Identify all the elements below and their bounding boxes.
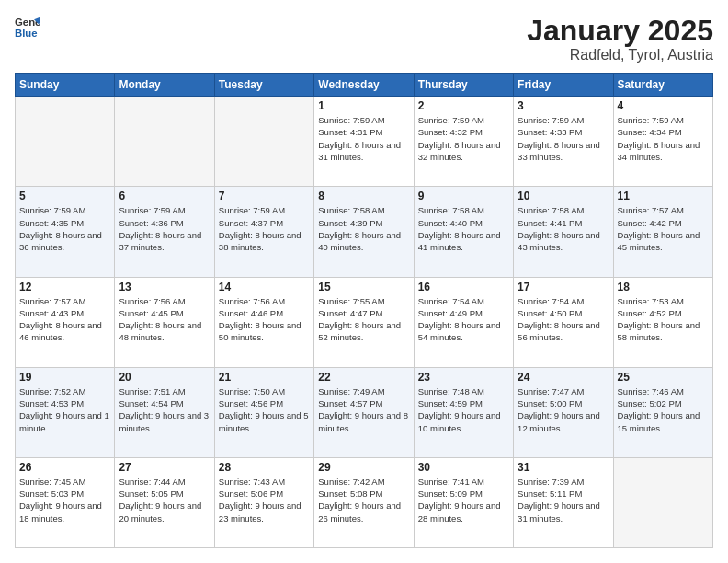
day-number: 13 <box>119 281 210 293</box>
day-number: 19 <box>19 371 110 384</box>
col-friday: Friday <box>514 74 613 97</box>
calendar-header-row: Sunday Monday Tuesday Wednesday Thursday… <box>16 74 713 97</box>
table-row: 3Sunrise: 7:59 AM Sunset: 4:33 PM Daylig… <box>514 97 613 187</box>
day-info: Sunrise: 7:59 AM Sunset: 4:33 PM Dayligh… <box>518 114 609 163</box>
table-row: 24Sunrise: 7:47 AM Sunset: 5:00 PM Dayli… <box>514 367 613 457</box>
day-info: Sunrise: 7:48 AM Sunset: 4:59 PM Dayligh… <box>418 385 509 434</box>
col-saturday: Saturday <box>613 74 712 97</box>
day-number: 27 <box>119 461 210 474</box>
title-block: January 2025 Radfeld, Tyrol, Austria <box>527 15 713 63</box>
table-row: 18Sunrise: 7:53 AM Sunset: 4:52 PM Dayli… <box>613 277 712 367</box>
day-info: Sunrise: 7:59 AM Sunset: 4:34 PM Dayligh… <box>618 114 709 163</box>
table-row <box>613 457 712 547</box>
day-number: 31 <box>518 461 609 474</box>
logo-icon: General Blue <box>15 15 40 40</box>
calendar-title: January 2025 <box>527 15 713 47</box>
table-row: 13Sunrise: 7:56 AM Sunset: 4:45 PM Dayli… <box>115 277 214 367</box>
day-number: 26 <box>19 461 110 474</box>
day-number: 20 <box>119 371 210 384</box>
day-info: Sunrise: 7:59 AM Sunset: 4:35 PM Dayligh… <box>19 204 110 253</box>
table-row: 2Sunrise: 7:59 AM Sunset: 4:32 PM Daylig… <box>414 97 513 187</box>
table-row: 23Sunrise: 7:48 AM Sunset: 4:59 PM Dayli… <box>414 367 513 457</box>
day-number: 17 <box>518 281 609 293</box>
calendar-table: Sunday Monday Tuesday Wednesday Thursday… <box>15 73 713 548</box>
table-row <box>214 97 313 187</box>
day-info: Sunrise: 7:53 AM Sunset: 4:52 PM Dayligh… <box>618 295 709 344</box>
day-number: 14 <box>219 281 310 293</box>
day-number: 5 <box>19 190 110 202</box>
day-number: 30 <box>418 461 509 474</box>
table-row: 11Sunrise: 7:57 AM Sunset: 4:42 PM Dayli… <box>613 187 712 277</box>
table-row: 1Sunrise: 7:59 AM Sunset: 4:31 PM Daylig… <box>314 97 414 187</box>
day-info: Sunrise: 7:58 AM Sunset: 4:41 PM Dayligh… <box>518 204 609 253</box>
day-info: Sunrise: 7:56 AM Sunset: 4:46 PM Dayligh… <box>219 295 310 344</box>
day-number: 8 <box>318 190 409 202</box>
day-number: 4 <box>618 99 709 112</box>
col-tuesday: Tuesday <box>214 74 313 97</box>
svg-text:General: General <box>15 17 40 28</box>
day-info: Sunrise: 7:51 AM Sunset: 4:54 PM Dayligh… <box>119 385 210 434</box>
table-row: 20Sunrise: 7:51 AM Sunset: 4:54 PM Dayli… <box>115 367 214 457</box>
col-wednesday: Wednesday <box>314 74 414 97</box>
col-sunday: Sunday <box>16 74 115 97</box>
table-row: 28Sunrise: 7:43 AM Sunset: 5:06 PM Dayli… <box>214 457 313 547</box>
day-info: Sunrise: 7:59 AM Sunset: 4:31 PM Dayligh… <box>318 114 409 163</box>
day-number: 29 <box>318 461 409 474</box>
table-row: 8Sunrise: 7:58 AM Sunset: 4:39 PM Daylig… <box>314 187 414 277</box>
table-row: 15Sunrise: 7:55 AM Sunset: 4:47 PM Dayli… <box>314 277 414 367</box>
day-info: Sunrise: 7:59 AM Sunset: 4:32 PM Dayligh… <box>418 114 509 163</box>
header: General Blue January 2025 Radfeld, Tyrol… <box>15 15 713 63</box>
day-number: 1 <box>318 99 409 112</box>
table-row: 26Sunrise: 7:45 AM Sunset: 5:03 PM Dayli… <box>16 457 115 547</box>
day-info: Sunrise: 7:42 AM Sunset: 5:08 PM Dayligh… <box>318 476 409 524</box>
day-number: 10 <box>518 190 609 202</box>
calendar-subtitle: Radfeld, Tyrol, Austria <box>527 47 713 63</box>
day-info: Sunrise: 7:44 AM Sunset: 5:05 PM Dayligh… <box>119 476 210 524</box>
page: General Blue January 2025 Radfeld, Tyrol… <box>0 0 728 563</box>
day-info: Sunrise: 7:57 AM Sunset: 4:42 PM Dayligh… <box>618 204 709 253</box>
day-number: 11 <box>618 190 709 202</box>
day-number: 9 <box>418 190 509 202</box>
day-info: Sunrise: 7:41 AM Sunset: 5:09 PM Dayligh… <box>418 476 509 524</box>
day-number: 16 <box>418 281 509 293</box>
day-number: 12 <box>19 281 110 293</box>
day-number: 25 <box>618 371 709 384</box>
svg-text:Blue: Blue <box>15 28 38 39</box>
day-number: 2 <box>418 99 509 112</box>
table-row: 16Sunrise: 7:54 AM Sunset: 4:49 PM Dayli… <box>414 277 513 367</box>
day-info: Sunrise: 7:59 AM Sunset: 4:36 PM Dayligh… <box>119 204 210 253</box>
day-number: 18 <box>618 281 709 293</box>
day-info: Sunrise: 7:57 AM Sunset: 4:43 PM Dayligh… <box>19 295 110 344</box>
table-row: 7Sunrise: 7:59 AM Sunset: 4:37 PM Daylig… <box>214 187 313 277</box>
day-info: Sunrise: 7:49 AM Sunset: 4:57 PM Dayligh… <box>318 385 409 434</box>
day-info: Sunrise: 7:50 AM Sunset: 4:56 PM Dayligh… <box>219 385 310 434</box>
table-row: 4Sunrise: 7:59 AM Sunset: 4:34 PM Daylig… <box>613 97 712 187</box>
table-row: 27Sunrise: 7:44 AM Sunset: 5:05 PM Dayli… <box>115 457 214 547</box>
table-row <box>115 97 214 187</box>
day-number: 7 <box>219 190 310 202</box>
table-row: 19Sunrise: 7:52 AM Sunset: 4:53 PM Dayli… <box>16 367 115 457</box>
table-row: 21Sunrise: 7:50 AM Sunset: 4:56 PM Dayli… <box>214 367 313 457</box>
day-info: Sunrise: 7:43 AM Sunset: 5:06 PM Dayligh… <box>219 476 310 524</box>
day-number: 21 <box>219 371 310 384</box>
day-info: Sunrise: 7:59 AM Sunset: 4:37 PM Dayligh… <box>219 204 310 253</box>
day-info: Sunrise: 7:58 AM Sunset: 4:40 PM Dayligh… <box>418 204 509 253</box>
table-row: 17Sunrise: 7:54 AM Sunset: 4:50 PM Dayli… <box>514 277 613 367</box>
day-info: Sunrise: 7:47 AM Sunset: 5:00 PM Dayligh… <box>518 385 609 434</box>
table-row: 10Sunrise: 7:58 AM Sunset: 4:41 PM Dayli… <box>514 187 613 277</box>
logo: General Blue <box>15 15 40 40</box>
table-row: 6Sunrise: 7:59 AM Sunset: 4:36 PM Daylig… <box>115 187 214 277</box>
table-row: 9Sunrise: 7:58 AM Sunset: 4:40 PM Daylig… <box>414 187 513 277</box>
day-number: 22 <box>318 371 409 384</box>
day-number: 15 <box>318 281 409 293</box>
day-info: Sunrise: 7:55 AM Sunset: 4:47 PM Dayligh… <box>318 295 409 344</box>
day-number: 3 <box>518 99 609 112</box>
table-row <box>16 97 115 187</box>
day-info: Sunrise: 7:52 AM Sunset: 4:53 PM Dayligh… <box>19 385 110 434</box>
day-number: 24 <box>518 371 609 384</box>
day-info: Sunrise: 7:54 AM Sunset: 4:49 PM Dayligh… <box>418 295 509 344</box>
table-row: 22Sunrise: 7:49 AM Sunset: 4:57 PM Dayli… <box>314 367 414 457</box>
day-number: 28 <box>219 461 310 474</box>
table-row: 30Sunrise: 7:41 AM Sunset: 5:09 PM Dayli… <box>414 457 513 547</box>
day-info: Sunrise: 7:58 AM Sunset: 4:39 PM Dayligh… <box>318 204 409 253</box>
